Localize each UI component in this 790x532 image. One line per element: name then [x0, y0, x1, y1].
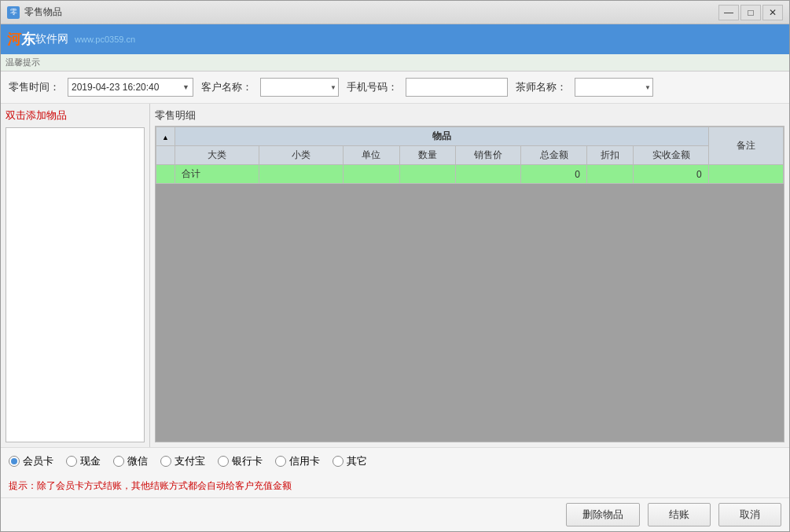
- radio-bank[interactable]: [218, 456, 229, 467]
- radio-cash[interactable]: [66, 456, 77, 467]
- total-unit-cell: [344, 165, 399, 184]
- close-button[interactable]: ✕: [762, 5, 783, 20]
- total-col-header: 总金额: [521, 146, 586, 165]
- unit-col-header: 单位: [344, 146, 399, 165]
- payment-wechat-label: 微信: [127, 454, 148, 468]
- payment-other-label: 其它: [347, 454, 367, 468]
- total-actual-cell: 0: [634, 165, 708, 184]
- radio-other[interactable]: [333, 456, 344, 467]
- add-product-label[interactable]: 双击添加物品: [6, 108, 145, 123]
- empty-data-area: [156, 184, 784, 442]
- payment-cash[interactable]: 现金: [66, 454, 101, 468]
- product-list: [6, 127, 145, 442]
- total-price-cell: [456, 165, 521, 184]
- discount-col-header: 折扣: [586, 146, 634, 165]
- radio-alipay[interactable]: [160, 456, 171, 467]
- goods-header: 物品: [175, 127, 708, 146]
- sort-icon: ▲: [162, 134, 169, 141]
- watermark-bar: 河 东 软件 网 www.pc0359.cn: [1, 24, 789, 54]
- minimize-button[interactable]: —: [718, 5, 739, 20]
- logo-soft: 软件: [35, 32, 57, 46]
- datetime-label: 零售时间：: [9, 80, 60, 94]
- radio-credit[interactable]: [275, 456, 286, 467]
- payment-credit-label: 信用卡: [289, 454, 320, 468]
- payment-credit[interactable]: 信用卡: [275, 454, 320, 468]
- info-text: 温馨提示: [6, 57, 40, 68]
- bottom-section: 会员卡 现金 微信 支付宝 银行卡 信用卡: [1, 447, 789, 531]
- total-qty-cell: [399, 165, 455, 184]
- logo-dong: 东: [21, 30, 35, 49]
- radio-member[interactable]: [9, 456, 20, 467]
- data-table: ▲ 物品 备注 大类 小类 单位 数量 销售价 总金额: [156, 127, 784, 184]
- payment-row: 会员卡 现金 微信 支付宝 银行卡 信用卡: [1, 447, 789, 475]
- customer-label: 客户名称：: [201, 80, 252, 94]
- title-bar-left: 零 零售物品: [7, 6, 62, 19]
- staff-label: 茶师名称：: [516, 80, 567, 94]
- logo-net: 网: [57, 32, 68, 46]
- datetime-dropdown-icon[interactable]: ▼: [182, 83, 189, 91]
- action-row: 删除物品 结账 取消: [1, 497, 789, 531]
- total-row: 合计 0 0: [156, 165, 784, 184]
- cancel-button[interactable]: 取消: [718, 503, 781, 526]
- total-sub-cell: [259, 165, 344, 184]
- payment-cash-label: 现金: [80, 454, 101, 468]
- subcategory-col-header: 小类: [259, 146, 344, 165]
- customer-select[interactable]: ▼: [260, 78, 339, 97]
- staff-select[interactable]: ▼: [575, 78, 653, 97]
- total-remark-cell: [708, 165, 783, 184]
- quantity-col-header: 数量: [399, 146, 455, 165]
- hint-text: 提示：除了会员卡方式结账，其他结账方式都会自动给客户充值金额: [9, 480, 292, 491]
- right-panel: 零售明细 ▲ 物品 备注 大类: [150, 104, 789, 447]
- logo: 河 东 软件 网: [7, 30, 68, 49]
- title-controls: — □ ✕: [718, 5, 783, 20]
- category-col-header: 大类: [175, 146, 259, 165]
- payment-alipay-label: 支付宝: [175, 454, 205, 468]
- total-num-cell: [156, 165, 175, 184]
- payment-bank[interactable]: 银行卡: [218, 454, 263, 468]
- info-bar: 温馨提示: [1, 54, 789, 72]
- window-title: 零售物品: [24, 6, 62, 19]
- delete-button[interactable]: 删除物品: [566, 503, 640, 526]
- staff-dropdown-icon: ▼: [645, 84, 651, 91]
- corner-cell: ▲: [156, 127, 175, 146]
- payment-other[interactable]: 其它: [333, 454, 367, 468]
- total-label-cell: 合计: [175, 165, 259, 184]
- payment-member-label: 会员卡: [23, 454, 53, 468]
- total-discount-cell: [586, 165, 634, 184]
- phone-label: 手机号码：: [347, 80, 398, 94]
- maximize-button[interactable]: □: [740, 5, 761, 20]
- remarks-header: 备注: [708, 127, 783, 165]
- table-area: ▲ 物品 备注 大类 小类 单位 数量 销售价 总金额: [155, 126, 784, 442]
- phone-input[interactable]: [406, 78, 508, 97]
- actual-col-header: 实收金额: [634, 146, 708, 165]
- price-col-header: 销售价: [456, 146, 521, 165]
- section-label: 零售明细: [155, 108, 784, 123]
- total-amount-cell: 0: [521, 165, 586, 184]
- payment-wechat[interactable]: 微信: [113, 454, 148, 468]
- customer-dropdown-icon: ▼: [330, 84, 336, 91]
- watermark-url: www.pc0359.cn: [75, 35, 135, 44]
- datetime-value[interactable]: 2019-04-23 16:20:40: [72, 82, 179, 93]
- form-row: 零售时间： 2019-04-23 16:20:40 ▼ 客户名称： ▼ 手机号码…: [1, 72, 789, 104]
- hint-row: 提示：除了会员卡方式结账，其他结账方式都会自动给客户充值金额: [1, 475, 789, 497]
- datetime-input: 2019-04-23 16:20:40 ▼: [68, 78, 193, 97]
- logo-he: 河: [7, 30, 21, 49]
- radio-wechat[interactable]: [113, 456, 124, 467]
- main-window: 零 零售物品 — □ ✕ 河 东 软件 网 www.pc0359.cn 温馨提示…: [0, 0, 790, 532]
- app-icon: 零: [7, 6, 20, 19]
- payment-alipay[interactable]: 支付宝: [160, 454, 205, 468]
- payment-bank-label: 银行卡: [232, 454, 263, 468]
- payment-member[interactable]: 会员卡: [9, 454, 53, 468]
- checkout-button[interactable]: 结账: [648, 503, 711, 526]
- title-bar: 零 零售物品 — □ ✕: [1, 1, 789, 24]
- main-content: 双击添加物品 零售明细 ▲ 物品 备注: [1, 104, 789, 447]
- row-num-header: [156, 146, 175, 165]
- left-panel: 双击添加物品: [1, 104, 150, 447]
